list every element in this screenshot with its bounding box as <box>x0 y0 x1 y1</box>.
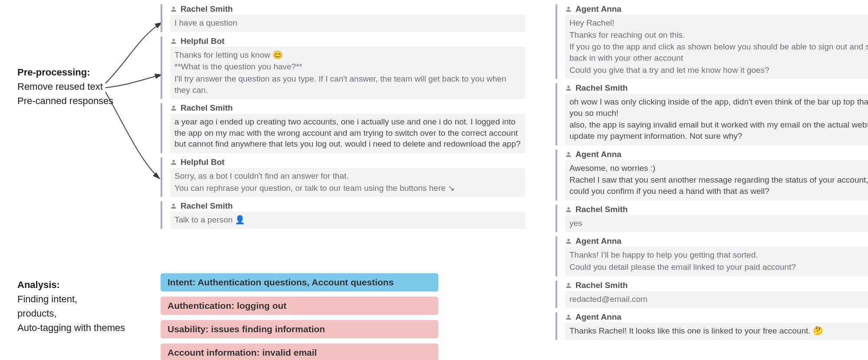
chat-message-line: also, the app is saying invalid email bu… <box>569 119 868 141</box>
analysis-tags: Intent: Authentication questions, Accoun… <box>161 273 438 360</box>
chat-message: Rachel SmithI have a question <box>161 4 525 32</box>
preprocessing-title: Pre-processing: <box>17 65 113 79</box>
person-icon <box>565 151 572 158</box>
analysis-label: Analysis: Finding intent, products, Auto… <box>17 278 125 335</box>
chat-thread-left: Rachel SmithI have a questionHelpful Bot… <box>161 4 525 233</box>
chat-message-line: yes <box>569 218 868 229</box>
chat-message-line: Thanks! I'll be happy to help you gettin… <box>569 249 868 261</box>
chat-message-body: Sorry, as a bot I couldn't find an answe… <box>170 168 525 197</box>
tag-usability: Usability: issues finding information <box>161 320 438 338</box>
chat-message-body: yes <box>565 215 868 232</box>
chat-author-name: Rachel Smith <box>575 281 628 290</box>
chat-message-body: Thanks Rachel! It looks like this one is… <box>565 323 868 340</box>
chat-message: Rachel Smithredacted@email.com <box>556 281 868 308</box>
chat-author-name: Agent Anna <box>575 236 621 246</box>
chat-message-header: Agent Anna <box>565 150 868 159</box>
chat-message: Helpful BotThanks for letting us know 😊*… <box>161 36 525 99</box>
chat-message-line: Thanks for reaching out on this. <box>569 29 868 41</box>
chat-message-line: I have a question <box>174 17 521 29</box>
person-icon <box>565 314 572 321</box>
chat-author-name: Agent Anna <box>575 150 621 159</box>
chat-message-body: a year ago i ended up creating two accou… <box>170 114 525 153</box>
chat-message-line: Hey Rachel! <box>569 17 868 29</box>
chat-message-header: Rachel Smith <box>565 205 868 214</box>
chat-message-line: Rachel I saw that you sent another messa… <box>569 174 868 196</box>
chat-author-name: Rachel Smith <box>575 205 628 214</box>
person-icon <box>565 85 572 92</box>
preprocessing-line: Remove reused text <box>17 79 113 94</box>
chat-message: Agent AnnaThanks Rachel! It looks like t… <box>556 312 868 340</box>
chat-author-name: Rachel Smith <box>181 201 233 211</box>
preprocessing-line: Pre-canned responses <box>17 94 113 108</box>
tag-account-info: Account information: invalid email <box>161 344 438 360</box>
chat-message: Agent AnnaThanks! I'll be happy to help … <box>556 236 868 276</box>
chat-author-name: Rachel Smith <box>181 103 233 113</box>
chat-author-name: Helpful Bot <box>181 36 224 46</box>
chat-message-header: Rachel Smith <box>170 201 525 211</box>
chat-message-body: oh wow I was only clicking inside of the… <box>565 94 868 145</box>
chat-message-line: If you go to the app and click as shown … <box>569 41 868 63</box>
chat-message: Rachel Smitha year ago i ended up creati… <box>161 103 525 153</box>
person-icon <box>565 282 572 289</box>
arrows-preprocessing <box>101 10 171 235</box>
chat-author-name: Agent Anna <box>575 312 621 322</box>
person-icon <box>170 6 177 13</box>
chat-message-body: Thanks! I'll be happy to help you gettin… <box>565 247 868 276</box>
chat-author-name: Helpful Bot <box>181 157 224 167</box>
chat-message-line: You can rephrase your question, or talk … <box>174 183 521 194</box>
chat-message: Helpful BotSorry, as a bot I couldn't fi… <box>161 157 525 197</box>
chat-message-header: Rachel Smith <box>565 281 868 290</box>
tag-intent: Intent: Authentication questions, Accoun… <box>161 273 438 291</box>
chat-message-line: Could you detail please the email linked… <box>569 262 868 273</box>
chat-message-header: Rachel Smith <box>170 103 525 113</box>
chat-message: Rachel Smithoh wow I was only clicking i… <box>556 83 868 145</box>
analysis-title: Analysis: <box>17 278 125 292</box>
chat-message-body: Hey Rachel!Thanks for reaching out on th… <box>565 15 868 79</box>
chat-message: Agent AnnaAwesome, no worries :)Rachel I… <box>556 150 868 200</box>
chat-author-name: Rachel Smith <box>575 83 628 93</box>
analysis-line: products, <box>17 306 125 321</box>
person-icon <box>170 105 177 111</box>
chat-message-line: Sorry, as a bot I couldn't find an answe… <box>174 170 521 182</box>
chat-message-body: redacted@email.com <box>565 291 868 308</box>
chat-message-line: Awesome, no worries :) <box>569 163 868 174</box>
chat-message-body: Thanks for letting us know 😊**What is th… <box>170 47 525 99</box>
person-icon <box>565 206 572 213</box>
person-icon <box>170 203 177 209</box>
chat-thread-right: Agent AnnaHey Rachel!Thanks for reaching… <box>556 4 868 344</box>
chat-message-header: Agent Anna <box>565 312 868 322</box>
chat-message-line: oh wow I was only clicking inside of the… <box>569 96 868 118</box>
person-icon <box>565 6 572 13</box>
chat-message-body: Talk to a person 👤 <box>170 212 525 229</box>
chat-message-line: I'll try answer the question as you type… <box>174 73 521 95</box>
tag-authentication: Authentication: logging out <box>161 297 438 315</box>
analysis-line: Finding intent, <box>17 292 125 306</box>
chat-message-line: Talk to a person 👤 <box>174 214 521 226</box>
person-icon <box>565 238 572 245</box>
chat-message-line: Thanks for letting us know 😊 <box>174 49 521 61</box>
preprocessing-label: Pre-processing: Remove reused text Pre-c… <box>17 65 113 108</box>
chat-message: Rachel Smithyes <box>556 205 868 232</box>
chat-message-header: Helpful Bot <box>170 157 525 167</box>
chat-message-header: Rachel Smith <box>170 4 525 14</box>
person-icon <box>170 159 177 166</box>
chat-message-header: Agent Anna <box>565 4 868 14</box>
person-icon <box>170 38 177 45</box>
chat-message-body: I have a question <box>170 15 525 32</box>
chat-message-header: Rachel Smith <box>565 83 868 93</box>
chat-message-line: redacted@email.com <box>569 294 868 305</box>
chat-message: Rachel SmithTalk to a person 👤 <box>161 201 525 229</box>
chat-author-name: Agent Anna <box>575 4 621 14</box>
analysis-line: Auto-tagging with themes <box>17 321 125 335</box>
chat-author-name: Rachel Smith <box>181 4 233 14</box>
chat-message-header: Agent Anna <box>565 236 868 246</box>
chat-message-body: Awesome, no worries :)Rachel I saw that … <box>565 160 868 200</box>
chat-message-line: **What is the question you have?** <box>174 61 521 72</box>
chat-message: Agent AnnaHey Rachel!Thanks for reaching… <box>556 4 868 79</box>
chat-message-header: Helpful Bot <box>170 36 525 46</box>
chat-message-line: Could you give that a try and let me kno… <box>569 65 868 76</box>
chat-message-line: a year ago i ended up creating two accou… <box>174 116 521 150</box>
chat-message-line: Thanks Rachel! It looks like this one is… <box>569 325 868 337</box>
